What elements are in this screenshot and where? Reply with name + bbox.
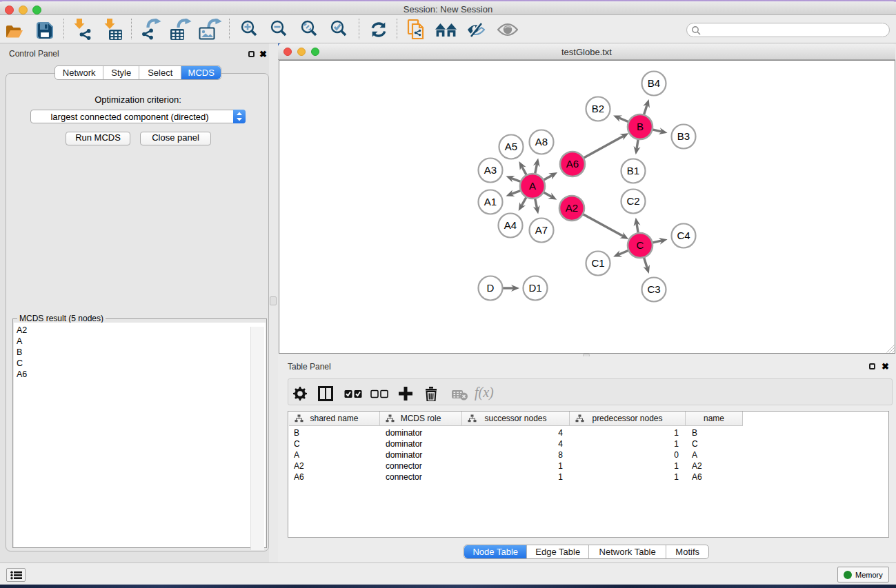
svg-text:A5: A5 [505,141,517,152]
svg-text:C2: C2 [626,195,639,207]
svg-text:A8: A8 [535,136,548,148]
svg-text:C1: C1 [591,257,604,269]
svg-text:A4: A4 [504,219,517,231]
svg-text:D: D [487,282,495,294]
svg-text:A2: A2 [566,202,578,214]
svg-text:B3: B3 [677,130,690,142]
svg-text:B4: B4 [648,77,660,89]
svg-text:C: C [637,239,644,251]
svg-text:C4: C4 [677,230,690,241]
svg-text:B2: B2 [592,103,604,114]
svg-text:A3: A3 [484,164,497,176]
svg-text:A6: A6 [566,158,579,170]
svg-text:B: B [637,121,644,132]
svg-text:C3: C3 [647,283,660,295]
svg-text:B1: B1 [627,165,639,176]
svg-text:A7: A7 [535,224,548,236]
svg-text:D1: D1 [528,282,541,294]
svg-text:A: A [529,180,536,192]
svg-text:A1: A1 [484,196,497,207]
